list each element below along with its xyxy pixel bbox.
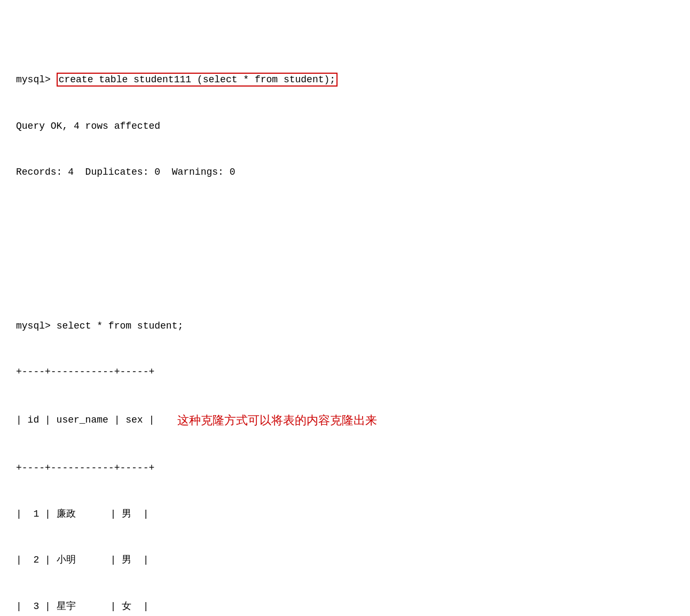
prompt-2: mysql> xyxy=(16,321,57,331)
table-row-2: | 2 | 小明 | 男 | xyxy=(16,552,674,568)
command-line-1: mysql> create table student111 (select *… xyxy=(16,72,674,88)
terminal-window: mysql> create table student111 (select *… xyxy=(16,11,674,616)
highlighted-command: create table student111 (select * from s… xyxy=(57,73,338,87)
table-row-1: | 1 | 廉政 | 男 | xyxy=(16,506,674,522)
table-border-1: +----+-----------+-----+ xyxy=(16,364,674,380)
output-line-1: Query OK, 4 rows affected xyxy=(16,119,674,134)
blank-1 xyxy=(16,241,674,257)
table-header-text: | id | user_name | sex | xyxy=(16,412,177,428)
table-header-row: | id | user_name | sex | 这种克隆方式可以将表的内容克隆… xyxy=(16,411,674,430)
table-border-2: +----+-----------+-----+ xyxy=(16,461,674,476)
command-line-2: mysql> select * from student; xyxy=(16,318,674,334)
output-line-2: Records: 4 Duplicates: 0 Warnings: 0 xyxy=(16,165,674,180)
prompt-1: mysql> xyxy=(16,74,57,85)
clone-annotation: 这种克隆方式可以将表的内容克隆出来 xyxy=(177,411,377,430)
table-row-3: | 3 | 星宇 | 女 | xyxy=(16,599,674,614)
